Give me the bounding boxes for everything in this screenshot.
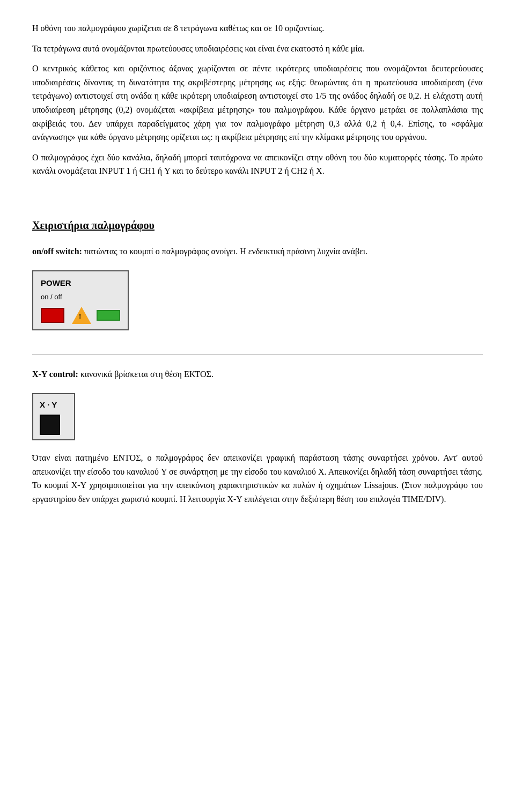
- xy-text: κανονικά βρίσκεται στη θέση ΕΚΤΟΣ.: [80, 370, 214, 379]
- xy-paragraph: X-Y control: κανονικά βρίσκεται στη θέση…: [32, 367, 483, 381]
- power-green-button[interactable]: [97, 310, 120, 321]
- xy-black-button[interactable]: [40, 415, 60, 435]
- onoff-text: πατώντας το κουμπί ο παλμογράφος ανοίγει…: [84, 247, 367, 256]
- paragraph-5: Όταν είναι πατημένο ΕΝΤΟΣ, ο παλμογράφος…: [32, 451, 483, 506]
- paragraph-1: Η οθόνη του παλμογράφου χωρίζεται σε 8 τ…: [32, 21, 483, 35]
- warning-triangle-icon: [72, 307, 91, 324]
- onoff-paragraph: on/off switch: πατώντας το κουμπί ο παλμ…: [32, 245, 483, 259]
- xy-box: X · Y: [32, 393, 75, 440]
- paragraph-4: Ο παλμογράφος έχει δύο κανάλια, δηλαδή μ…: [32, 151, 483, 178]
- xy-label: X-Y control:: [32, 370, 78, 379]
- power-subtitle: on / off: [41, 292, 120, 303]
- power-title: POWER: [41, 277, 120, 290]
- paragraph-2: Τα τετράγωνα αυτά ονομάζονται πρωτεύουσε…: [32, 42, 483, 56]
- onoff-label: on/off switch:: [32, 247, 82, 256]
- paragraph-3: Ο κεντρικός κάθετος και οριζόντιος άξονα…: [32, 62, 483, 144]
- main-content: Η οθόνη του παλμογράφου χωρίζεται σε 8 τ…: [32, 21, 483, 506]
- xy-box-title: X · Y: [40, 398, 68, 411]
- section-divider: [32, 354, 483, 355]
- power-box: POWER on / off: [32, 270, 129, 331]
- power-red-button[interactable]: [41, 308, 64, 323]
- power-buttons: [41, 307, 120, 324]
- section-title: Χειριστήρια παλμογράφου: [32, 217, 483, 234]
